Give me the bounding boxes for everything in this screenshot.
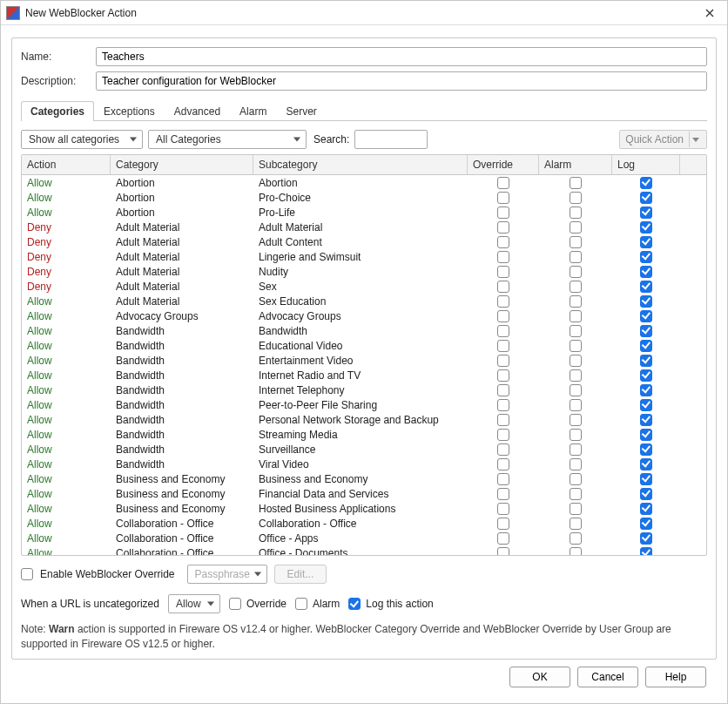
row-log-checkbox[interactable]: [640, 236, 652, 248]
row-override-checkbox[interactable]: [497, 458, 509, 470]
edit-passphrase-button[interactable]: Edit...: [274, 565, 327, 584]
col-alarm[interactable]: Alarm: [539, 155, 612, 174]
search-input[interactable]: [354, 130, 428, 149]
table-row[interactable]: DenyAdult MaterialSex: [22, 279, 706, 294]
row-override-checkbox[interactable]: [497, 251, 509, 263]
row-override-checkbox[interactable]: [497, 295, 509, 308]
row-alarm-checkbox[interactable]: [570, 443, 582, 456]
uncat-action-dropdown[interactable]: Allow: [168, 594, 220, 613]
row-override-checkbox[interactable]: [497, 532, 509, 545]
table-row[interactable]: AllowBandwidthPersonal Network Storage a…: [22, 412, 706, 427]
row-log-checkbox[interactable]: [640, 192, 652, 204]
row-log-checkbox[interactable]: [640, 340, 652, 352]
row-alarm-checkbox[interactable]: [570, 429, 582, 441]
table-row[interactable]: AllowBandwidthEntertainment Video: [22, 353, 706, 368]
row-log-checkbox[interactable]: [640, 295, 652, 308]
row-override-checkbox[interactable]: [497, 503, 509, 515]
table-row[interactable]: DenyAdult MaterialLingerie and Swimsuit: [22, 249, 706, 264]
row-override-checkbox[interactable]: [497, 414, 509, 426]
table-row[interactable]: AllowAbortionPro-Life: [22, 205, 706, 220]
row-override-checkbox[interactable]: [497, 177, 509, 189]
row-log-checkbox[interactable]: [640, 473, 652, 485]
row-override-checkbox[interactable]: [497, 310, 509, 322]
row-alarm-checkbox[interactable]: [570, 266, 582, 278]
row-log-checkbox[interactable]: [640, 399, 652, 411]
row-override-checkbox[interactable]: [497, 369, 509, 382]
row-log-checkbox[interactable]: [640, 266, 652, 278]
tab-advanced[interactable]: Advanced: [165, 101, 230, 121]
quick-action-dropdown[interactable]: Quick Action: [619, 130, 707, 149]
row-alarm-checkbox[interactable]: [570, 310, 582, 322]
table-row[interactable]: AllowBandwidthInternet Telephony: [22, 382, 706, 397]
row-override-checkbox[interactable]: [497, 221, 509, 234]
row-log-checkbox[interactable]: [640, 547, 652, 556]
table-row[interactable]: AllowCollaboration - OfficeOffice - Docu…: [22, 545, 706, 555]
tab-categories[interactable]: Categories: [21, 101, 94, 121]
row-alarm-checkbox[interactable]: [570, 369, 582, 382]
row-alarm-checkbox[interactable]: [570, 221, 582, 234]
row-override-checkbox[interactable]: [497, 206, 509, 219]
table-row[interactable]: AllowBandwidthEducational Video: [22, 338, 706, 353]
table-row[interactable]: AllowAdvocacy GroupsAdvocacy Groups: [22, 308, 706, 323]
table-row[interactable]: AllowBusiness and EconomyHosted Business…: [22, 501, 706, 516]
table-row[interactable]: AllowBandwidthViral Video: [22, 457, 706, 471]
table-row[interactable]: AllowBandwidthInternet Radio and TV: [22, 368, 706, 382]
row-override-checkbox[interactable]: [497, 325, 509, 337]
table-row[interactable]: AllowCollaboration - OfficeCollaboration…: [22, 516, 706, 531]
row-alarm-checkbox[interactable]: [570, 458, 582, 470]
table-row[interactable]: AllowAbortionAbortion: [22, 175, 706, 190]
name-input[interactable]: [96, 47, 707, 66]
row-log-checkbox[interactable]: [640, 518, 652, 530]
col-log[interactable]: Log: [612, 155, 680, 174]
table-row[interactable]: AllowBusiness and EconomyBusiness and Ec…: [22, 471, 706, 486]
close-button[interactable]: [698, 3, 722, 23]
row-alarm-checkbox[interactable]: [570, 192, 582, 204]
row-log-checkbox[interactable]: [640, 384, 652, 396]
row-alarm-checkbox[interactable]: [570, 473, 582, 485]
row-override-checkbox[interactable]: [497, 192, 509, 204]
row-alarm-checkbox[interactable]: [570, 295, 582, 308]
row-log-checkbox[interactable]: [640, 488, 652, 500]
row-log-checkbox[interactable]: [640, 369, 652, 382]
uncat-log-checkbox[interactable]: [348, 598, 361, 610]
table-row[interactable]: AllowBandwidthStreaming Media: [22, 427, 706, 442]
tab-exceptions[interactable]: Exceptions: [94, 101, 165, 121]
row-log-checkbox[interactable]: [640, 177, 652, 189]
row-alarm-checkbox[interactable]: [570, 281, 582, 293]
col-category[interactable]: Category: [111, 155, 253, 174]
row-alarm-checkbox[interactable]: [570, 414, 582, 426]
row-override-checkbox[interactable]: [497, 355, 509, 367]
row-log-checkbox[interactable]: [640, 503, 652, 515]
table-row[interactable]: DenyAdult MaterialAdult Material: [22, 220, 706, 234]
row-log-checkbox[interactable]: [640, 458, 652, 470]
row-alarm-checkbox[interactable]: [570, 177, 582, 189]
row-alarm-checkbox[interactable]: [570, 488, 582, 500]
uncat-override-checkbox[interactable]: [229, 598, 241, 610]
table-row[interactable]: DenyAdult MaterialAdult Content: [22, 234, 706, 249]
row-log-checkbox[interactable]: [640, 443, 652, 456]
row-override-checkbox[interactable]: [497, 488, 509, 500]
table-row[interactable]: AllowAdult MaterialSex Education: [22, 294, 706, 308]
row-log-checkbox[interactable]: [640, 414, 652, 426]
row-alarm-checkbox[interactable]: [570, 340, 582, 352]
row-alarm-checkbox[interactable]: [570, 518, 582, 530]
show-categories-dropdown[interactable]: Show all categories: [21, 130, 143, 149]
col-action[interactable]: Action: [22, 155, 111, 174]
row-override-checkbox[interactable]: [497, 340, 509, 352]
row-alarm-checkbox[interactable]: [570, 503, 582, 515]
row-alarm-checkbox[interactable]: [570, 532, 582, 545]
tab-alarm[interactable]: Alarm: [230, 101, 276, 121]
row-override-checkbox[interactable]: [497, 266, 509, 278]
row-alarm-checkbox[interactable]: [570, 251, 582, 263]
row-log-checkbox[interactable]: [640, 325, 652, 337]
cancel-button[interactable]: Cancel: [577, 667, 638, 687]
row-override-checkbox[interactable]: [497, 518, 509, 530]
row-override-checkbox[interactable]: [497, 443, 509, 456]
row-log-checkbox[interactable]: [640, 281, 652, 293]
table-row[interactable]: AllowBusiness and EconomyFinancial Data …: [22, 486, 706, 501]
row-log-checkbox[interactable]: [640, 429, 652, 441]
row-override-checkbox[interactable]: [497, 547, 509, 556]
row-log-checkbox[interactable]: [640, 221, 652, 234]
row-override-checkbox[interactable]: [497, 281, 509, 293]
help-button[interactable]: Help: [645, 667, 706, 687]
